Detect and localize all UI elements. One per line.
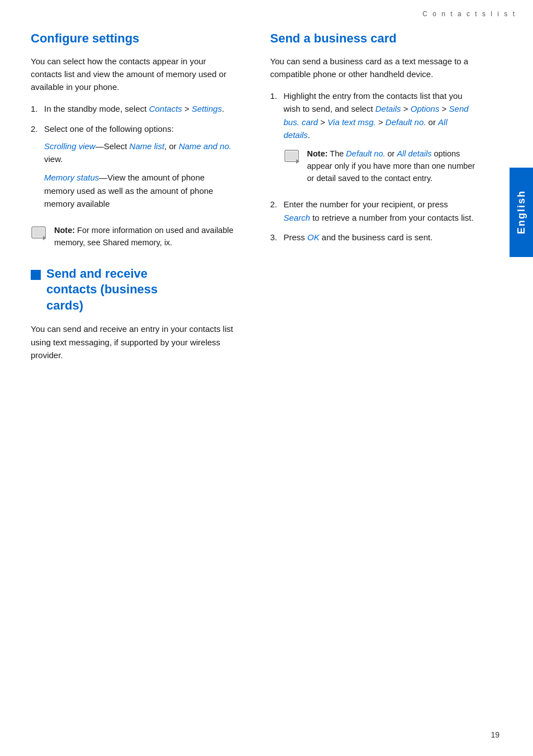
send-receive-section-header: Send and receive contacts (business card… [31, 266, 237, 314]
via-text-msg-link: Via text msg. [327, 117, 375, 127]
note-bold: Note: [54, 226, 75, 235]
send-card-step-3: 3. Press OK and the business card is sen… [270, 231, 477, 244]
details-link: Details [375, 104, 401, 113]
send-step-2-content: Enter the number for your recipient, or … [284, 198, 477, 224]
send-step-3-content: Press OK and the business card is sent. [284, 231, 477, 244]
svg-marker-5 [296, 159, 299, 164]
send-receive-intro: You can send and receive an entry in you… [31, 322, 237, 362]
send-step-number-3: 3. [270, 231, 284, 244]
configure-step-1: 1. In the standby mode, select Contacts … [31, 102, 237, 115]
scrolling-view-link: Scrolling view [44, 141, 96, 151]
configure-step-2: 2. Select one of the following options: … [31, 122, 237, 216]
sub-item-scrolling: Scrolling view—Select Name list, or Name… [44, 140, 237, 166]
send-card-steps-list: 1. Highlight the entry from the contacts… [270, 89, 477, 244]
send-card-step-2: 2. Enter the number for your recipient, … [270, 198, 477, 224]
step-2-content: Select one of the following options: Scr… [44, 122, 237, 216]
send-card-note-text: Note: The Default no. or All details opt… [307, 148, 477, 184]
page-number: 19 [491, 730, 499, 739]
step-number-1: 1. [31, 102, 44, 115]
english-tab: English [510, 168, 533, 257]
search-link: Search [284, 213, 311, 222]
ok-link: OK [307, 232, 320, 242]
sub-options: Scrolling view—Select Name list, or Name… [44, 140, 237, 210]
contacts-link: Contacts [149, 104, 182, 113]
options-link: Options [411, 104, 440, 113]
send-step-number-1: 1. [270, 89, 284, 191]
memory-status-link: Memory status [44, 173, 99, 182]
send-step-1-content: Highlight the entry from the contacts li… [284, 89, 477, 191]
name-and-no-link: Name and no. [179, 141, 231, 151]
svg-rect-1 [33, 228, 44, 237]
note-icon-right [284, 149, 302, 165]
configure-steps-list: 1. In the standby mode, select Contacts … [31, 102, 237, 216]
step-number-2: 2. [31, 122, 44, 216]
page-header: C o n t a c t s l i s t [422, 10, 516, 18]
left-column: Configure settings You can select how th… [31, 31, 242, 370]
configure-settings-intro: You can select how the contacts appear i… [31, 55, 237, 94]
sub-item-memory: Memory status—View the amount of phone m… [44, 171, 237, 210]
send-receive-title: Send and receive contacts (business card… [46, 266, 158, 314]
send-business-card-intro: You can send a business card as a text m… [270, 55, 477, 81]
blue-square-bullet [31, 270, 41, 280]
configure-note-box: Note: For more information on used and a… [31, 225, 237, 249]
step-1-content: In the standby mode, select Contacts > S… [44, 102, 237, 115]
configure-settings-title: Configure settings [31, 31, 237, 47]
note-all-details-link: All details [397, 149, 431, 158]
english-tab-label: English [516, 190, 527, 234]
configure-note-text: Note: For more information on used and a… [54, 225, 237, 249]
default-no-link: Default no. [386, 117, 426, 127]
send-business-card-title: Send a business card [270, 31, 477, 47]
settings-link: Settings [192, 104, 222, 113]
send-card-step-1: 1. Highlight the entry from the contacts… [270, 89, 477, 191]
send-note-bold: Note: [307, 149, 328, 158]
svg-rect-4 [286, 151, 297, 160]
svg-marker-2 [43, 236, 46, 240]
note-icon-left [31, 226, 49, 241]
note-default-no-link: Default no. [346, 149, 385, 158]
send-step-number-2: 2. [270, 198, 284, 224]
send-card-note-box: Note: The Default no. or All details opt… [284, 148, 477, 184]
right-column: Send a business card You can send a busi… [265, 31, 477, 370]
name-list-link: Name list [130, 141, 165, 151]
